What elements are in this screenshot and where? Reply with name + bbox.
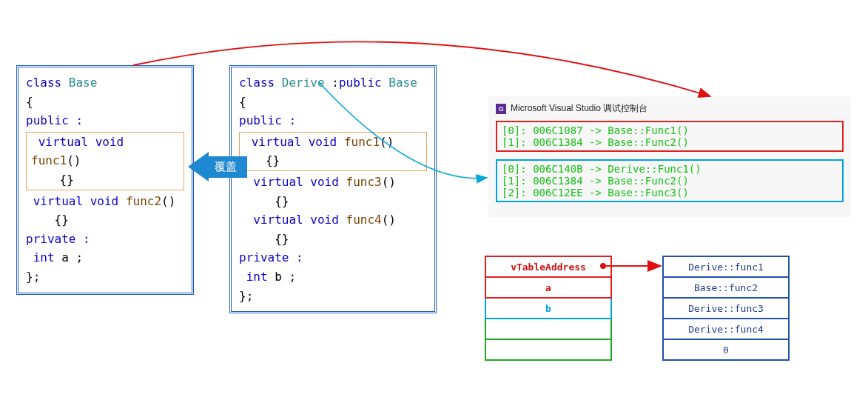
- console-title: ⧉ Microsoft Visual Studio 调试控制台: [496, 102, 844, 115]
- override-label: 覆盖: [209, 156, 247, 178]
- arrow-left-icon: [188, 152, 209, 181]
- base-vtable-output: [0]: 006C1087 -> Base::Func1() [1]: 006C…: [496, 121, 844, 152]
- private-label: private :: [26, 230, 184, 249]
- public-label: public :: [26, 111, 184, 130]
- brace-open: {: [26, 93, 184, 112]
- member-b-cell: b: [485, 298, 611, 319]
- empty-cell: [485, 339, 611, 360]
- debug-console: ⧉ Microsoft Visual Studio 调试控制台 [0]: 006…: [488, 96, 851, 217]
- derive-vtable-output: [0]: 006C140B -> Derive::Func1() [1]: 00…: [496, 159, 844, 202]
- vtable-ptr-cell: vTableAddress: [485, 256, 611, 277]
- object-memory-layout: vTableAddress a b: [485, 256, 612, 361]
- brace-close: };: [26, 267, 184, 287]
- base-func1-highlight: virtual void func1() {}: [26, 132, 184, 190]
- empty-cell: [485, 319, 611, 339]
- vtable-entries: Derive::func1 Base::func2 Derive::func3 …: [662, 256, 790, 361]
- derive-class-box: class Derive :public Base { public : vir…: [229, 65, 437, 313]
- member-a-cell: a: [485, 277, 611, 298]
- derive-func1-highlight: virtual void func1() {}: [239, 132, 427, 171]
- vs-icon: ⧉: [496, 104, 506, 114]
- base-class-name: Base: [69, 76, 98, 90]
- override-arrow: 覆盖: [188, 152, 247, 181]
- base-class-box: class Base { public : virtual void func1…: [16, 65, 194, 295]
